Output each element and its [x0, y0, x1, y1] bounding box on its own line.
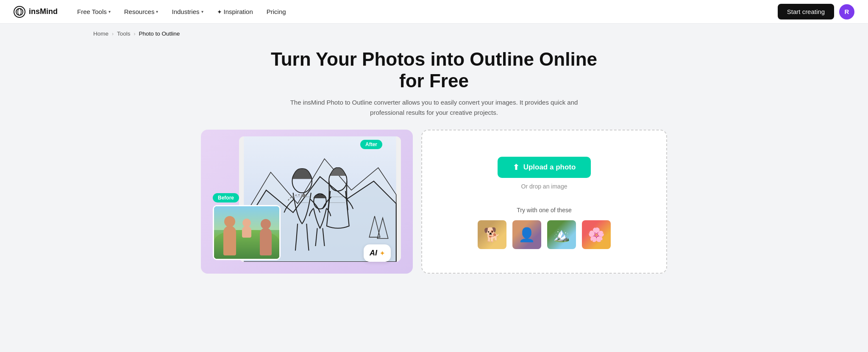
sample-image-flowers[interactable]: 🌸	[581, 219, 612, 250]
content-row: After	[192, 130, 676, 274]
chevron-down-icon: ▾	[201, 9, 203, 14]
nav-label-resources: Resources	[124, 8, 155, 15]
logo-icon	[14, 6, 25, 18]
before-wrap: Before	[213, 193, 281, 260]
nav-item-industries[interactable]: Industries ▾	[166, 5, 209, 19]
spark-icon: ✦	[217, 8, 222, 15]
upload-icon: ⬆	[513, 163, 519, 172]
sparkle-icon: ✦	[380, 250, 385, 257]
chevron-down-icon: ▾	[156, 9, 158, 14]
hero-section: Turn Your Photos into Outline Online for…	[0, 37, 868, 118]
sample-image-person[interactable]: 👤	[512, 219, 542, 250]
breadcrumb-sep-2: ›	[134, 31, 136, 37]
page-title: Turn Your Photos into Outline Online for…	[260, 49, 608, 91]
breadcrumb-sep-1: ›	[112, 31, 114, 37]
ai-badge: AI ✦	[364, 244, 391, 262]
upload-panel: ⬆ Upload a photo Or drop an image Try wi…	[421, 130, 667, 274]
before-image	[213, 205, 281, 260]
nav-item-resources[interactable]: Resources ▾	[118, 5, 164, 19]
nav-links: Free Tools ▾ Resources ▾ Industries ▾ ✦ …	[71, 5, 778, 19]
logo-text: insMind	[29, 7, 58, 16]
nav-item-free-tools[interactable]: Free Tools ▾	[71, 5, 117, 19]
start-creating-button[interactable]: Start creating	[778, 4, 834, 19]
breadcrumb-current: Photo to Outline	[139, 30, 180, 37]
navbar: insMind Free Tools ▾ Resources ▾ Industr…	[0, 0, 868, 24]
sample-image-nature[interactable]: 🏔️	[546, 219, 577, 250]
nav-right: Start creating R	[778, 4, 854, 19]
nav-item-inspiration[interactable]: ✦ Inspiration	[211, 5, 259, 19]
svg-point-0	[16, 8, 23, 15]
breadcrumb-tools[interactable]: Tools	[117, 30, 131, 37]
demo-panel: After	[201, 130, 413, 274]
after-label: After	[360, 140, 382, 149]
breadcrumb: Home › Tools › Photo to Outline	[0, 24, 868, 37]
try-label: Try with one of these	[517, 207, 571, 213]
logo[interactable]: insMind	[14, 6, 58, 18]
nav-label-inspiration: Inspiration	[224, 8, 253, 15]
upload-button-label: Upload a photo	[523, 163, 576, 172]
ai-label: AI	[370, 249, 377, 258]
sample-image-dog[interactable]: 🐕	[477, 219, 507, 250]
drop-text: Or drop an image	[521, 183, 568, 190]
sample-images: 🐕 👤 🏔️ 🌸	[477, 219, 612, 250]
avatar[interactable]: R	[839, 4, 854, 19]
hero-description: The insMind Photo to Outline converter a…	[277, 97, 591, 118]
before-label: Before	[213, 193, 239, 202]
breadcrumb-home[interactable]: Home	[93, 30, 108, 37]
nav-item-pricing[interactable]: Pricing	[261, 5, 292, 19]
nav-label-pricing: Pricing	[267, 8, 286, 15]
nav-label-industries: Industries	[172, 8, 199, 15]
nav-label-free-tools: Free Tools	[77, 8, 107, 15]
upload-photo-button[interactable]: ⬆ Upload a photo	[498, 157, 591, 178]
chevron-down-icon: ▾	[108, 9, 111, 14]
svg-point-1	[18, 8, 21, 15]
